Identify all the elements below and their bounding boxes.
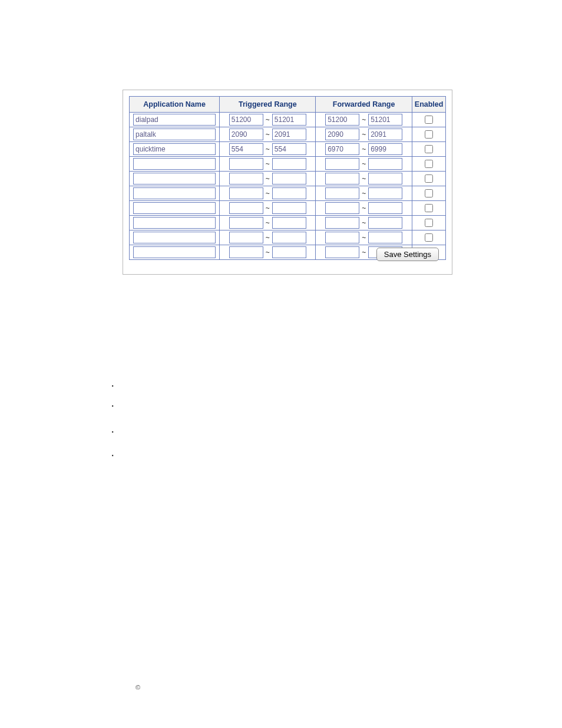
range-separator: ~ bbox=[362, 145, 366, 153]
application-name-input[interactable] bbox=[133, 217, 216, 229]
range-separator: ~ bbox=[362, 130, 366, 139]
triggered-end-input[interactable] bbox=[272, 143, 306, 155]
forwarded-start-input[interactable] bbox=[325, 158, 359, 170]
table-header-row: Application Name Triggered Range Forward… bbox=[130, 97, 446, 113]
application-name-input[interactable] bbox=[133, 158, 216, 170]
triggered-end-input[interactable] bbox=[272, 232, 306, 243]
forwarded-start-input[interactable] bbox=[325, 129, 359, 140]
forwarded-start-input[interactable] bbox=[325, 246, 359, 258]
forwarded-start-input[interactable] bbox=[325, 114, 359, 126]
enabled-checkbox[interactable] bbox=[425, 233, 433, 242]
enabled-checkbox[interactable] bbox=[425, 204, 433, 212]
application-name-input[interactable] bbox=[133, 173, 216, 185]
port-trigger-table: Application Name Triggered Range Forward… bbox=[129, 96, 446, 260]
triggered-start-input[interactable] bbox=[229, 187, 263, 199]
triggered-start-input[interactable] bbox=[229, 114, 263, 126]
enabled-checkbox[interactable] bbox=[425, 116, 433, 124]
forwarded-end-input[interactable] bbox=[368, 114, 402, 126]
range-separator: ~ bbox=[266, 233, 270, 242]
triggered-end-input[interactable] bbox=[272, 114, 306, 126]
table-row: ~~ bbox=[130, 186, 446, 201]
table-row: ~~ bbox=[130, 127, 446, 142]
info-bullet bbox=[112, 453, 430, 459]
range-separator: ~ bbox=[266, 204, 270, 212]
table-row: ~~ bbox=[130, 172, 446, 186]
triggered-end-input[interactable] bbox=[272, 202, 306, 214]
range-separator: ~ bbox=[266, 160, 270, 168]
forwarded-end-input[interactable] bbox=[368, 202, 402, 214]
forwarded-start-input[interactable] bbox=[325, 143, 359, 155]
application-name-input[interactable] bbox=[133, 143, 216, 155]
enabled-checkbox[interactable] bbox=[425, 130, 433, 139]
forwarded-end-input[interactable] bbox=[368, 158, 402, 170]
enabled-checkbox[interactable] bbox=[425, 160, 433, 168]
triggered-start-input[interactable] bbox=[229, 217, 263, 229]
header-forwarded: Forwarded Range bbox=[316, 97, 412, 113]
range-separator: ~ bbox=[266, 219, 270, 227]
triggered-start-input[interactable] bbox=[229, 232, 263, 243]
triggered-end-input[interactable] bbox=[272, 129, 306, 140]
range-separator: ~ bbox=[266, 116, 270, 124]
enabled-checkbox[interactable] bbox=[425, 145, 433, 153]
forwarded-end-input[interactable] bbox=[368, 143, 402, 155]
triggered-end-input[interactable] bbox=[272, 187, 306, 199]
triggered-end-input[interactable] bbox=[272, 158, 306, 170]
range-separator: ~ bbox=[362, 248, 366, 256]
range-separator: ~ bbox=[266, 174, 270, 183]
triggered-start-input[interactable] bbox=[229, 173, 263, 185]
range-separator: ~ bbox=[266, 248, 270, 256]
application-name-input[interactable] bbox=[133, 232, 216, 243]
range-separator: ~ bbox=[362, 204, 366, 212]
triggered-start-input[interactable] bbox=[229, 143, 263, 155]
header-triggered: Triggered Range bbox=[220, 97, 316, 113]
forwarded-start-input[interactable] bbox=[325, 187, 359, 199]
info-bullet bbox=[112, 429, 430, 435]
forwarded-start-input[interactable] bbox=[325, 202, 359, 214]
range-separator: ~ bbox=[362, 233, 366, 242]
application-name-input[interactable] bbox=[133, 202, 216, 214]
triggered-start-input[interactable] bbox=[229, 246, 263, 258]
range-separator: ~ bbox=[362, 189, 366, 197]
range-separator: ~ bbox=[362, 174, 366, 183]
application-name-input[interactable] bbox=[133, 187, 216, 199]
copyright-mark: © bbox=[135, 684, 140, 691]
forwarded-end-input[interactable] bbox=[368, 173, 402, 185]
application-name-input[interactable] bbox=[133, 114, 216, 126]
range-separator: ~ bbox=[266, 130, 270, 139]
save-settings-button[interactable]: Save Settings bbox=[376, 248, 439, 261]
forwarded-end-input[interactable] bbox=[368, 217, 402, 229]
forwarded-start-input[interactable] bbox=[325, 232, 359, 243]
info-bullet bbox=[112, 383, 430, 389]
enabled-checkbox[interactable] bbox=[425, 219, 433, 227]
range-separator: ~ bbox=[362, 219, 366, 227]
table-row: ~~ bbox=[130, 216, 446, 230]
triggered-end-input[interactable] bbox=[272, 173, 306, 185]
forwarded-start-input[interactable] bbox=[325, 173, 359, 185]
range-separator: ~ bbox=[362, 160, 366, 168]
range-separator: ~ bbox=[266, 189, 270, 197]
forwarded-start-input[interactable] bbox=[325, 217, 359, 229]
range-separator: ~ bbox=[266, 145, 270, 153]
application-name-input[interactable] bbox=[133, 246, 216, 258]
enabled-checkbox[interactable] bbox=[425, 189, 433, 197]
triggered-end-input[interactable] bbox=[272, 217, 306, 229]
enabled-checkbox[interactable] bbox=[425, 174, 433, 183]
port-trigger-panel: Application Name Triggered Range Forward… bbox=[123, 90, 452, 275]
table-row: ~~ bbox=[130, 113, 446, 127]
info-bullets bbox=[112, 383, 430, 473]
triggered-start-input[interactable] bbox=[229, 129, 263, 140]
application-name-input[interactable] bbox=[133, 129, 216, 140]
table-row: ~~ bbox=[130, 201, 446, 216]
forwarded-end-input[interactable] bbox=[368, 232, 402, 243]
range-separator: ~ bbox=[362, 116, 366, 124]
triggered-start-input[interactable] bbox=[229, 158, 263, 170]
triggered-start-input[interactable] bbox=[229, 202, 263, 214]
header-enabled: Enabled bbox=[412, 97, 445, 113]
table-row: ~~ bbox=[130, 142, 446, 157]
info-bullet bbox=[112, 403, 430, 409]
header-app: Application Name bbox=[130, 97, 220, 113]
triggered-end-input[interactable] bbox=[272, 246, 306, 258]
table-row: ~~ bbox=[130, 230, 446, 245]
forwarded-end-input[interactable] bbox=[368, 129, 402, 140]
forwarded-end-input[interactable] bbox=[368, 187, 402, 199]
